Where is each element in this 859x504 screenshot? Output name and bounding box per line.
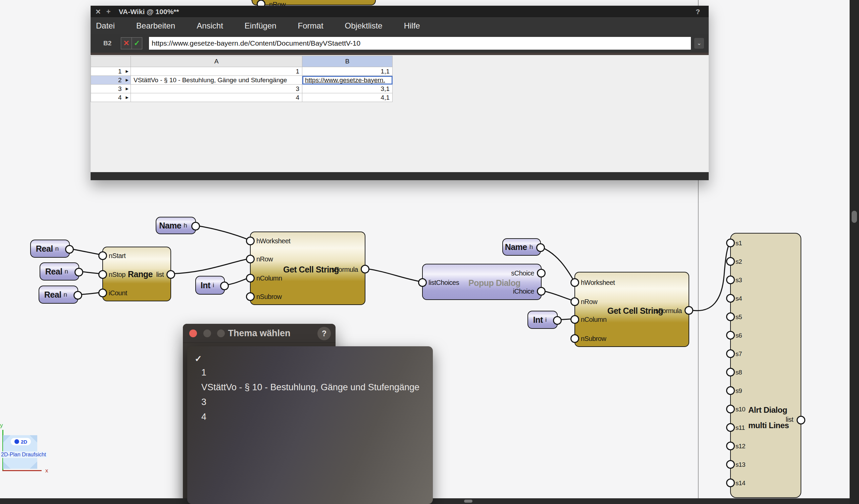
- real-node-3[interactable]: Real n: [39, 286, 78, 304]
- row-header[interactable]: 1 ▶: [91, 67, 131, 76]
- real-node-2[interactable]: Real n: [40, 262, 79, 280]
- cell-a1[interactable]: 1: [131, 67, 302, 76]
- port-s13[interactable]: [726, 460, 735, 469]
- popup-dialog-node[interactable]: listChoices Popup Dialog sChoice iChoice: [422, 264, 542, 300]
- column-header-b[interactable]: B: [302, 56, 393, 67]
- close-traffic-light[interactable]: [189, 330, 197, 337]
- port-nrow[interactable]: [246, 255, 255, 263]
- int-node-left[interactable]: Int i: [195, 276, 225, 295]
- column-header-a[interactable]: A: [131, 56, 302, 67]
- get-cell-string-node-left[interactable]: hWorksheet nRow nColumn nSubrow Get Cell…: [250, 231, 365, 305]
- port-hworksheet[interactable]: [246, 236, 255, 245]
- real-node-1[interactable]: Real n: [30, 240, 70, 258]
- port-ncolumn-2[interactable]: [570, 315, 579, 324]
- formula-dropdown-button[interactable]: ⌄: [694, 38, 704, 49]
- port-ichoice-out[interactable]: [537, 287, 546, 296]
- port-s12[interactable]: [726, 442, 735, 450]
- help-button[interactable]: ?: [317, 327, 331, 340]
- port-real2-out[interactable]: [75, 268, 83, 276]
- port-s11[interactable]: [726, 423, 735, 432]
- cell-b4[interactable]: 4,1: [302, 93, 393, 102]
- menu-format[interactable]: Format: [298, 21, 323, 31]
- menu-einfuegen[interactable]: Einfügen: [245, 21, 276, 31]
- cell-a3[interactable]: 3: [131, 85, 302, 93]
- name-node-left[interactable]: Name h: [156, 217, 196, 234]
- confirm-button[interactable]: ✓: [132, 37, 142, 49]
- port-name2-out[interactable]: [536, 243, 545, 252]
- port-sformula2-out[interactable]: [684, 306, 693, 315]
- close-icon[interactable]: ✕: [95, 8, 101, 16]
- range-node[interactable]: nStart nStop iCount Range list: [102, 247, 171, 301]
- zoom-traffic-light[interactable]: [217, 330, 225, 337]
- port-s2[interactable]: [726, 257, 735, 266]
- port-s14[interactable]: [726, 478, 735, 487]
- plus-icon[interactable]: +: [106, 7, 111, 16]
- window-titlebar[interactable]: ✕ + VA-Wiki @ 100%** ?: [91, 6, 709, 17]
- port-icount[interactable]: [98, 289, 107, 297]
- row-header[interactable]: 3 ▶: [91, 85, 131, 93]
- cancel-button[interactable]: ✕: [121, 37, 132, 49]
- menu-objektliste[interactable]: Objektliste: [345, 21, 382, 31]
- port-s7[interactable]: [726, 349, 735, 358]
- partial-node-top[interactable]: nRow: [252, 0, 376, 5]
- cell-b1[interactable]: 1,1: [302, 67, 393, 76]
- port-nsubrow-2[interactable]: [570, 334, 579, 343]
- port-nstop[interactable]: [98, 270, 107, 279]
- cell-a2[interactable]: VStättVo - § 10 - Bestuhlung, Gänge und …: [131, 76, 302, 85]
- dropdown-item[interactable]: VStättVo - § 10 - Bestuhlung, Gänge und …: [201, 382, 419, 393]
- port-label: sChoice: [511, 270, 534, 277]
- node-title: Real: [44, 290, 61, 300]
- cell-b2-selected[interactable]: https://www.gesetze-bayern.: [302, 76, 393, 85]
- port-list-out[interactable]: [166, 270, 175, 279]
- port-s1[interactable]: [726, 239, 735, 247]
- port-int1-out[interactable]: [220, 281, 229, 290]
- int-node-right[interactable]: Int i: [527, 311, 558, 329]
- port-nsubrow[interactable]: [246, 292, 255, 301]
- check-icon[interactable]: ✓: [195, 354, 202, 364]
- scrollbar-thumb[interactable]: [464, 500, 472, 503]
- port-alert-list-out[interactable]: [797, 416, 805, 425]
- menu-bearbeiten[interactable]: Bearbeiten: [136, 21, 175, 31]
- row-header[interactable]: 4 ▶: [91, 93, 131, 102]
- port-s6[interactable]: [726, 331, 735, 340]
- cell-a4[interactable]: 4: [131, 93, 302, 102]
- port-s3[interactable]: [726, 275, 735, 284]
- port-listchoices[interactable]: [418, 278, 427, 287]
- get-cell-string-node-right[interactable]: hWorksheet nRow nColumn nSubrow Get Cell…: [574, 272, 689, 347]
- port-nstart[interactable]: [98, 251, 107, 260]
- minimize-traffic-light[interactable]: [204, 330, 211, 337]
- menu-hilfe[interactable]: Hilfe: [404, 21, 420, 31]
- menu-datei[interactable]: Datei: [96, 21, 115, 31]
- port-sformula-out[interactable]: [361, 265, 370, 274]
- dropdown-item[interactable]: 1: [201, 367, 206, 378]
- help-icon[interactable]: ?: [696, 8, 700, 16]
- formula-input[interactable]: [149, 37, 691, 50]
- scrollbar-thumb[interactable]: [852, 211, 857, 223]
- right-scrollbar[interactable]: [849, 0, 859, 504]
- port-real1-out[interactable]: [65, 245, 74, 254]
- view-mode-badge[interactable]: 2D: [11, 438, 31, 445]
- dropdown-item[interactable]: 4: [201, 412, 206, 422]
- port-s5[interactable]: [726, 312, 735, 321]
- port-hworksheet-2[interactable]: [570, 278, 579, 287]
- port-s8[interactable]: [726, 368, 735, 377]
- table-row: 2 ▶ VStättVo - § 10 - Bestuhlung, Gänge …: [91, 76, 393, 85]
- port-ncolumn[interactable]: [246, 274, 255, 282]
- cell-b3[interactable]: 3,1: [302, 85, 393, 93]
- plan-view-thumbnail[interactable]: 2D 2D-Plan Draufsicht: [3, 435, 37, 469]
- corner-cell[interactable]: [91, 56, 131, 67]
- port-schoice-out[interactable]: [537, 269, 546, 277]
- row-header[interactable]: 2 ▶: [91, 76, 131, 85]
- name-node-right[interactable]: Name h: [502, 238, 541, 256]
- port-name-out[interactable]: [191, 222, 200, 230]
- port-real3-out[interactable]: [74, 291, 82, 300]
- dialog-titlebar[interactable]: Thema wählen ?: [183, 324, 335, 343]
- port-int2-out[interactable]: [553, 316, 562, 325]
- menu-ansicht[interactable]: Ansicht: [197, 21, 223, 31]
- port-s10[interactable]: [726, 405, 735, 413]
- alert-dialog-node[interactable]: Alrt Dialog multi Lines list s1s2s3s4s5s…: [730, 233, 801, 498]
- port-nrow-2[interactable]: [570, 297, 579, 306]
- port-s4[interactable]: [726, 294, 735, 303]
- port-s9[interactable]: [726, 386, 735, 395]
- dropdown-item[interactable]: 3: [201, 397, 206, 407]
